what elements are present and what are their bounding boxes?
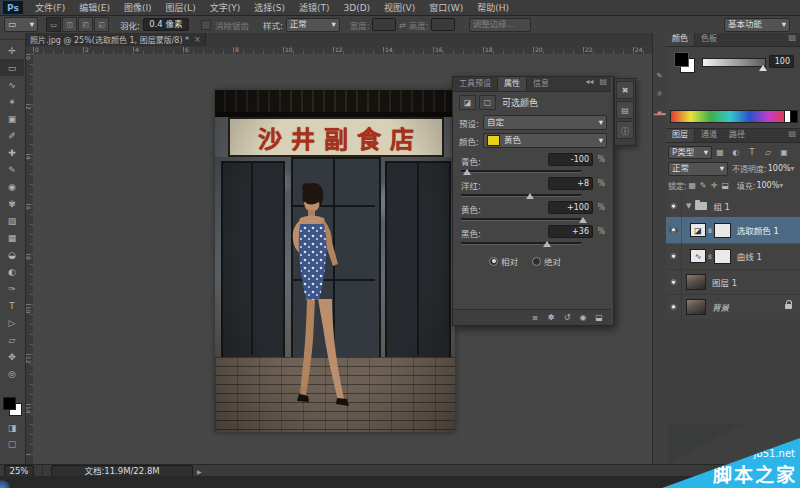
zoom-tool[interactable]: ◎ (0, 365, 24, 382)
type-tool[interactable]: T (0, 297, 24, 314)
spectrum-black-cell[interactable] (790, 110, 798, 123)
histogram-panel-icon[interactable]: ▂▅▃ (653, 105, 666, 119)
tab-swatches[interactable]: 色板 (695, 33, 723, 46)
style-dropdown[interactable]: 正常▾ (286, 18, 340, 32)
layer-mask-thumbnail[interactable] (714, 223, 731, 238)
gradient-tool[interactable]: ▦ (0, 229, 24, 246)
selective-color-thumbnail[interactable]: ◪ (690, 223, 706, 237)
hand-tool[interactable]: ✥ (0, 348, 24, 365)
gray-slider-thumb[interactable] (759, 65, 767, 71)
fill-value[interactable]: 100% (756, 181, 779, 190)
magenta-slider-thumb[interactable] (526, 193, 534, 199)
cyan-slider-thumb[interactable] (463, 169, 471, 175)
visibility-toggle[interactable] (666, 195, 682, 217)
cyan-value-input[interactable]: -100 (548, 153, 593, 166)
menu-edit[interactable]: 编辑(E) (72, 1, 117, 15)
screen-mode-button[interactable]: ▢ (0, 435, 24, 452)
adjustments-panel-icon[interactable]: ☼ (653, 87, 666, 101)
dodge-tool[interactable]: ◐ (0, 263, 24, 280)
selection-new-button[interactable]: ▭ (46, 17, 61, 32)
panel-menu-icon[interactable]: ▤ (784, 129, 800, 142)
document-tab[interactable]: 照片.jpg @ 25%(选取颜色 1, 图层蒙版/8) * × (26, 33, 206, 46)
eraser-tool[interactable]: ▨ (0, 212, 24, 229)
filter-adjustment-layers-icon[interactable]: ◐ (728, 146, 744, 158)
chevron-down-icon[interactable]: ▾ (779, 181, 783, 190)
magenta-value-input[interactable]: +8 (548, 177, 593, 190)
menu-layer[interactable]: 图层(L) (159, 1, 203, 15)
layer-mask-thumbnail[interactable] (714, 249, 731, 264)
visibility-toggle[interactable] (666, 243, 682, 269)
layer-row-selective-color[interactable]: ◪ 8 选取颜色 1 (666, 217, 800, 244)
close-icon[interactable]: × (194, 35, 201, 44)
menu-3d[interactable]: 3D(D) (336, 1, 377, 15)
filter-pixel-layers-icon[interactable]: ▦ (712, 146, 728, 158)
layer-row-layer1[interactable]: 图层 1 (666, 269, 800, 295)
menu-filter[interactable]: 滤镜(T) (292, 1, 337, 15)
foreground-color-swatch[interactable] (3, 397, 16, 410)
curves-thumbnail[interactable]: ∿ (690, 249, 706, 263)
move-tool[interactable]: ✛ (0, 42, 24, 59)
layer-filter-dropdown[interactable]: P类型▾ (668, 146, 712, 159)
selection-subtract-button[interactable]: ◰ (78, 17, 93, 32)
view-previous-state-icon[interactable]: ✽ (543, 312, 559, 324)
lock-position-icon[interactable]: ✛ (709, 180, 720, 192)
menu-help[interactable]: 帮助(H) (470, 1, 516, 15)
layer-name[interactable]: 背景 (712, 301, 729, 313)
history-brush-tool[interactable]: ✾ (0, 195, 24, 212)
layer-thumbnail[interactable] (686, 274, 706, 290)
expand-arrow-icon[interactable]: ▼ (686, 202, 691, 210)
panel-menu-icon[interactable]: ▤ (595, 77, 611, 91)
foreground-color-swatch[interactable] (674, 52, 689, 67)
mask-icon[interactable]: ▢ (479, 95, 496, 110)
menu-view[interactable]: 视图(V) (377, 1, 422, 15)
menu-select[interactable]: 选择(S) (247, 1, 292, 15)
black-slider-thumb[interactable] (543, 241, 551, 247)
layer-name[interactable]: 曲线 1 (737, 250, 762, 262)
color-spectrum-ramp[interactable] (670, 110, 790, 123)
pen-tool[interactable]: ✑ (0, 280, 24, 297)
gray-slider[interactable] (702, 58, 766, 67)
panel-grip[interactable] (0, 33, 25, 40)
black-value-input[interactable]: +36 (548, 225, 593, 238)
eyedropper-tool[interactable]: ✐ (0, 127, 24, 144)
magic-wand-tool[interactable]: ✶ (0, 93, 24, 110)
lock-all-icon[interactable]: ⬓ (720, 180, 731, 192)
yellow-slider-thumb[interactable] (579, 217, 587, 223)
menu-image[interactable]: 图像(I) (117, 1, 159, 15)
tab-channels[interactable]: 通道 (695, 129, 723, 142)
properties-panel-window[interactable]: 工具预设 属性 信息 ◂◂ ▤ ◪ ▢ 可选颜色 预设: 自定▾ 颜色: 黄色 … (452, 76, 614, 326)
absolute-radio[interactable] (532, 257, 541, 266)
tab-tool-presets[interactable]: 工具预设 (453, 77, 497, 91)
layer-row-curves[interactable]: ∿ 8 曲线 1 (666, 243, 800, 270)
clip-to-layer-icon[interactable]: ⧈ (527, 312, 543, 324)
healing-brush-tool[interactable]: ✚ (0, 144, 24, 161)
layer-name[interactable]: 选取颜色 1 (737, 224, 779, 236)
selection-add-button[interactable]: ◫ (62, 17, 77, 32)
menu-window[interactable]: 窗口(W) (422, 1, 470, 15)
antialias-checkbox[interactable] (201, 20, 211, 30)
black-slider-track[interactable] (461, 242, 581, 245)
tab-layers[interactable]: 图层 (666, 129, 695, 142)
layer-name[interactable]: 组 1 (713, 200, 730, 212)
opacity-value[interactable]: 100% (768, 164, 791, 173)
brush-tool[interactable]: ✎ (0, 161, 24, 178)
visibility-icon[interactable]: ◉ (575, 312, 591, 324)
photo-document[interactable]: 沙井副食店 (215, 90, 455, 432)
delete-icon[interactable]: ⬓ (591, 312, 607, 324)
reset-icon[interactable]: ↺ (559, 312, 575, 324)
panel-menu-icon[interactable]: ▤ (784, 33, 800, 46)
cyan-slider-track[interactable] (461, 170, 581, 173)
layer-name[interactable]: 图层 1 (712, 276, 737, 288)
visibility-toggle[interactable] (666, 269, 682, 294)
quick-mask-button[interactable]: ◨ (0, 419, 24, 436)
selection-intersect-button[interactable]: ◱ (94, 17, 109, 32)
magenta-slider-track[interactable] (461, 194, 581, 197)
tab-info[interactable]: 信息 (527, 77, 555, 91)
status-options-arrow-icon[interactable]: ▶ (197, 468, 202, 475)
blur-tool[interactable]: ◒ (0, 246, 24, 263)
chevron-down-icon[interactable]: ▾ (791, 164, 795, 173)
rectangular-marquee-tool[interactable]: ▭ (0, 59, 24, 76)
visibility-toggle[interactable] (666, 294, 682, 319)
tool-preset-picker[interactable]: ▭▾ (4, 17, 38, 32)
menu-type[interactable]: 文字(Y) (203, 1, 248, 15)
